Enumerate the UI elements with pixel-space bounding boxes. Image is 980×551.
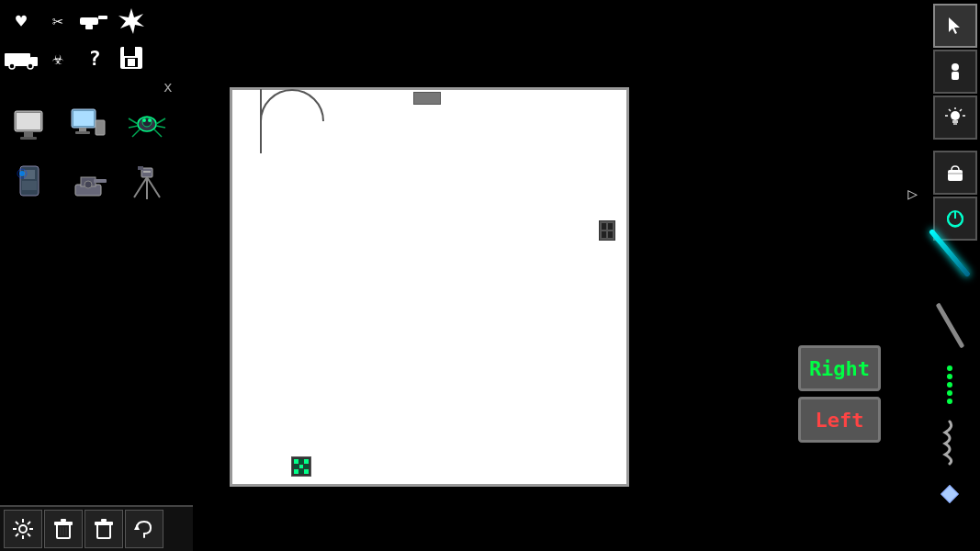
right-side-tools bbox=[927, 220, 973, 508]
scissor-icon[interactable]: ✂ bbox=[40, 4, 75, 39]
diamond-item[interactable] bbox=[927, 480, 973, 508]
undo-button[interactable] bbox=[125, 510, 163, 548]
bottom-toolbar bbox=[0, 505, 193, 551]
svg-point-61 bbox=[19, 525, 27, 533]
close-button[interactable]: x bbox=[163, 78, 173, 96]
svg-point-7 bbox=[28, 63, 33, 69]
screw-item[interactable] bbox=[927, 417, 973, 467]
bag-tool-button[interactable] bbox=[933, 151, 977, 195]
svg-rect-14 bbox=[24, 131, 33, 137]
svg-line-41 bbox=[134, 177, 147, 197]
svg-rect-2 bbox=[85, 25, 93, 29]
monitor-palette-item[interactable] bbox=[4, 100, 55, 152]
spider-palette-item[interactable] bbox=[121, 100, 173, 152]
computer-palette-item[interactable] bbox=[62, 100, 114, 152]
door-line bbox=[260, 89, 262, 153]
svg-rect-9 bbox=[124, 47, 135, 56]
delete-button[interactable] bbox=[44, 510, 83, 548]
tripod-palette-item[interactable] bbox=[121, 155, 173, 207]
svg-line-27 bbox=[156, 118, 165, 124]
light-tool-button[interactable] bbox=[933, 96, 977, 140]
svg-rect-15 bbox=[20, 137, 37, 140]
svg-rect-19 bbox=[75, 131, 90, 134]
truck-icon[interactable] bbox=[4, 40, 39, 75]
svg-marker-46 bbox=[949, 17, 960, 34]
svg-rect-18 bbox=[79, 128, 86, 131]
turret-palette-item[interactable] bbox=[62, 155, 114, 207]
svg-line-66 bbox=[16, 522, 18, 524]
svg-rect-0 bbox=[80, 17, 98, 25]
svg-rect-45 bbox=[138, 166, 143, 170]
heart-icon[interactable]: ♥ bbox=[4, 4, 39, 39]
svg-rect-72 bbox=[61, 519, 66, 522]
right-toolbar bbox=[929, 0, 980, 244]
svg-rect-71 bbox=[54, 522, 73, 525]
burst-icon[interactable] bbox=[114, 4, 149, 39]
svg-rect-57 bbox=[948, 170, 963, 181]
svg-rect-50 bbox=[952, 120, 958, 123]
clear-button[interactable] bbox=[84, 510, 123, 548]
svg-point-39 bbox=[84, 181, 92, 188]
svg-line-67 bbox=[28, 534, 30, 536]
svg-rect-48 bbox=[952, 72, 959, 80]
svg-point-23 bbox=[142, 118, 146, 122]
room-sensor-object bbox=[413, 92, 441, 105]
save-icon[interactable] bbox=[114, 40, 149, 75]
svg-rect-33 bbox=[22, 181, 37, 190]
svg-line-30 bbox=[154, 129, 162, 137]
svg-rect-11 bbox=[128, 59, 135, 66]
room-wall-switch bbox=[599, 220, 615, 241]
question-icon[interactable]: ? bbox=[77, 40, 112, 75]
svg-point-34 bbox=[19, 171, 25, 176]
svg-rect-20 bbox=[96, 120, 105, 135]
svg-marker-3 bbox=[118, 8, 144, 34]
svg-marker-79 bbox=[134, 524, 140, 530]
svg-rect-51 bbox=[953, 123, 957, 125]
svg-line-25 bbox=[129, 118, 138, 124]
room-floor-item bbox=[291, 456, 311, 477]
gun-icon[interactable] bbox=[77, 4, 112, 39]
svg-point-47 bbox=[952, 63, 959, 71]
svg-line-28 bbox=[156, 126, 165, 128]
svg-line-43 bbox=[147, 177, 160, 197]
svg-line-53 bbox=[960, 109, 962, 111]
cursor-indicator: ▷ bbox=[907, 184, 918, 203]
svg-line-29 bbox=[132, 129, 140, 137]
svg-rect-1 bbox=[98, 16, 107, 19]
svg-point-24 bbox=[148, 118, 152, 122]
cyan-wand-item[interactable] bbox=[927, 220, 973, 285]
green-dots-item bbox=[947, 365, 952, 404]
gray-bar-item[interactable] bbox=[927, 298, 973, 353]
item-palette bbox=[0, 96, 184, 210]
biohazard-icon[interactable]: ☣ bbox=[40, 40, 75, 75]
svg-rect-13 bbox=[17, 113, 40, 129]
settings-button[interactable] bbox=[4, 510, 42, 548]
svg-point-6 bbox=[9, 63, 15, 69]
svg-rect-77 bbox=[95, 522, 113, 525]
svg-rect-38 bbox=[94, 179, 107, 183]
person-tool-button[interactable] bbox=[933, 50, 977, 94]
svg-line-26 bbox=[129, 126, 138, 128]
svg-point-49 bbox=[951, 111, 960, 120]
svg-line-68 bbox=[28, 522, 30, 524]
left-button[interactable]: Left bbox=[798, 397, 881, 443]
npc-palette-item[interactable] bbox=[4, 155, 55, 207]
svg-rect-76 bbox=[97, 524, 110, 538]
svg-rect-4 bbox=[5, 53, 30, 66]
direction-buttons: Right Left bbox=[798, 345, 881, 443]
right-button[interactable]: Right bbox=[798, 345, 881, 391]
svg-line-56 bbox=[949, 109, 951, 111]
svg-line-69 bbox=[16, 534, 18, 536]
main-canvas[interactable] bbox=[230, 87, 629, 487]
svg-rect-78 bbox=[101, 519, 107, 522]
cursor-tool-button[interactable] bbox=[933, 4, 977, 48]
svg-rect-17 bbox=[73, 111, 94, 126]
top-toolbar: ♥ ✂ ☣ ? x bbox=[0, 0, 184, 79]
